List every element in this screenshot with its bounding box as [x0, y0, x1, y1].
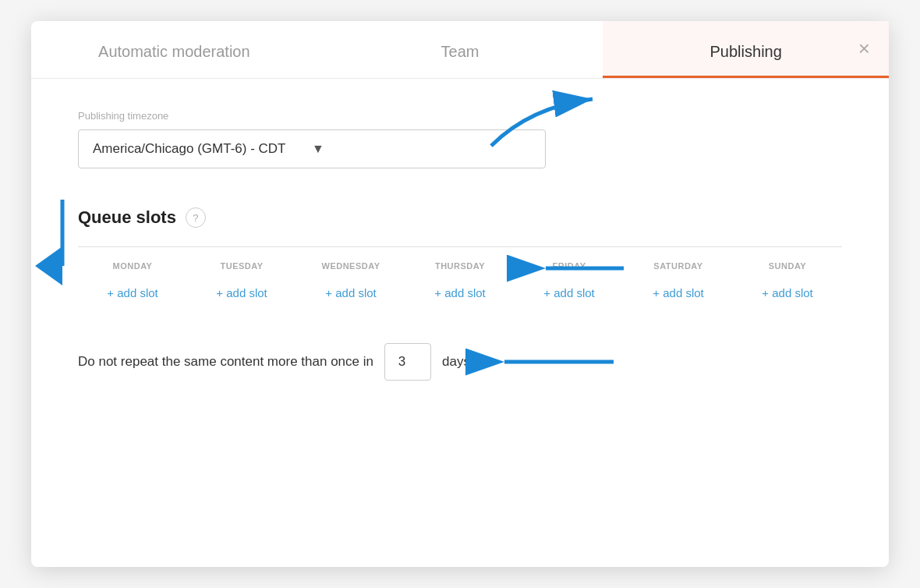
day-tuesday: TUESDAY + add slot — [187, 261, 296, 304]
add-slot-saturday[interactable]: + add slot — [653, 282, 703, 304]
add-slot-wednesday[interactable]: + add slot — [325, 282, 376, 304]
add-slot-monday[interactable]: + add slot — [107, 282, 157, 304]
tab-publishing[interactable]: Publishing — [603, 21, 889, 78]
day-label-thursday: THURSDAY — [435, 261, 485, 271]
repeat-section: Do not repeat the same content more than… — [78, 343, 842, 381]
day-thursday: THURSDAY + add slot — [405, 261, 515, 304]
repeat-days-input[interactable] — [384, 343, 431, 381]
day-sunday: SUNDAY + add slot — [733, 261, 842, 304]
repeat-suffix: days — [442, 354, 470, 370]
day-label-wednesday: WEDNESDAY — [322, 261, 380, 271]
help-icon[interactable]: ? — [186, 207, 206, 228]
day-wednesday: WEDNESDAY + add slot — [296, 261, 405, 304]
add-slot-tuesday[interactable]: + add slot — [216, 282, 267, 304]
timezone-label: Publishing timezone — [78, 110, 842, 122]
day-label-saturday: SATURDAY — [653, 261, 702, 271]
tab-automatic-moderation[interactable]: Automatic moderation — [31, 21, 317, 78]
arrow-to-timezone-dropdown — [538, 257, 632, 283]
day-label-sunday: SUNDAY — [769, 261, 806, 271]
day-saturday: SATURDAY + add slot — [624, 261, 733, 304]
day-label-tuesday: TUESDAY — [220, 261, 263, 271]
close-button[interactable]: × — [858, 38, 870, 58]
timezone-dropdown[interactable]: America/Chicago (GMT-6) - CDT ▼ — [78, 129, 546, 168]
queue-slots-title: Queue slots — [78, 207, 176, 228]
queue-slots-header: Queue slots ? — [78, 207, 842, 228]
tab-team[interactable]: Team — [317, 21, 603, 78]
day-monday: MONDAY + add slot — [78, 261, 187, 304]
arrow-to-publishing-tab — [483, 91, 608, 157]
day-label-monday: MONDAY — [113, 261, 153, 271]
modal-body: Publishing timezone America/Chicago (GMT… — [31, 79, 889, 412]
modal-container: Automatic moderation Team Publishing × P… — [31, 21, 889, 567]
tab-bar: Automatic moderation Team Publishing × — [31, 21, 889, 79]
days-grid: MONDAY + add slot TUESDAY + add slot WED… — [78, 246, 842, 304]
add-slot-thursday[interactable]: + add slot — [434, 282, 485, 304]
arrow-to-queue-slots — [39, 200, 86, 281]
queue-slots-section: Queue slots ? — [78, 207, 842, 304]
add-slot-sunday[interactable]: + add slot — [762, 282, 812, 304]
repeat-prefix: Do not repeat the same content more than… — [78, 354, 373, 370]
timezone-value: America/Chicago (GMT-6) - CDT — [93, 141, 312, 157]
timezone-section: Publishing timezone America/Chicago (GMT… — [78, 110, 842, 168]
add-slot-friday[interactable]: + add slot — [543, 282, 594, 304]
